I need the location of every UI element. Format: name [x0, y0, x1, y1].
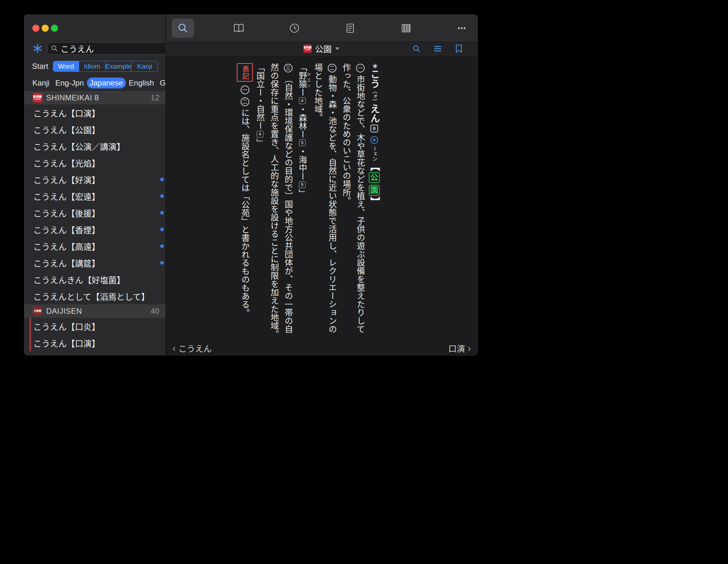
daijisen-dictionary-icon: 大辞泉	[33, 306, 42, 316]
entry-header-bar: 新明解 国語辞典 公園	[166, 42, 477, 55]
sense-number-icon: 一	[356, 64, 365, 72]
toolbar-library-button[interactable]	[395, 19, 417, 38]
list-item-label: こうえんとして【滔焉として】	[33, 290, 149, 302]
tab-english[interactable]: English	[126, 78, 157, 88]
list-item-label: こうえん【好演】	[33, 174, 100, 186]
entry-title-dropdown[interactable]: 新明解 国語辞典 公園	[303, 43, 340, 54]
list-item[interactable]: こうえん【口演】	[24, 335, 166, 351]
section-header-daijisen[interactable]: 大辞泉 DAIJISEN 40	[24, 304, 166, 318]
list-item[interactable]: こうえん【公園】	[24, 121, 166, 138]
sense-number-icon: 二	[241, 97, 249, 106]
segment-idiom[interactable]: Idiom	[79, 61, 105, 71]
audio-play-button[interactable]	[367, 136, 381, 144]
search-icon	[178, 23, 188, 34]
list-item-label: こうえん【口演】	[33, 337, 100, 349]
accent-number: 5	[299, 139, 306, 146]
list-item-label: こうえん【口炎】	[33, 320, 100, 332]
toolbar-history-button[interactable]	[283, 19, 306, 38]
list-item[interactable]: こうえん【宏遠】	[24, 188, 166, 204]
entry-content: ＊こう（ォ）えん0ーェン【公園】 一市街地などで、木や草花などを植え、子供の遊ぶ…	[166, 55, 477, 341]
clock-icon	[289, 23, 300, 34]
toolbar-search-button[interactable]	[172, 19, 194, 38]
open-book-icon	[233, 23, 244, 34]
unread-dot	[160, 195, 164, 198]
match-mode-row: Start Word Idiom Example Kanji	[32, 61, 158, 72]
segment-word[interactable]: Word	[53, 61, 79, 71]
list-item[interactable]: こうえん【香煙】	[24, 221, 166, 238]
toolbar-notes-button[interactable]	[339, 19, 361, 38]
segment-example[interactable]: Example	[105, 61, 132, 71]
unread-dot	[160, 228, 164, 231]
start-label: Start	[32, 62, 48, 71]
bookmark-button[interactable]	[454, 44, 463, 53]
list-item[interactable]: こうえん【後援】	[24, 204, 166, 221]
entry-navigation-bar: ‹ こうえん 口演 ›	[166, 341, 477, 355]
section-header-shinmeikai[interactable]: 新明解 国語辞典 SHINMEIKAI 8 12	[24, 91, 166, 104]
accent-number: 0	[370, 125, 378, 132]
accent-number: 4	[299, 97, 306, 104]
previous-entry-label: こうえん	[178, 342, 212, 354]
document-list-icon	[345, 23, 355, 34]
shinmeikai-dictionary-icon: 新明解 国語辞典	[303, 45, 312, 53]
section-count: 40	[151, 307, 159, 316]
segment-kanji[interactable]: Kanji	[131, 61, 158, 71]
headword-kanji: 園	[369, 185, 380, 196]
list-item[interactable]: こうえん【好演】	[24, 171, 166, 188]
list-item[interactable]: こうえん【口炎】	[24, 318, 166, 335]
list-item[interactable]: こうえんとして【滔焉として】	[24, 288, 166, 304]
list-item-label: こうえん【口演】	[33, 107, 100, 119]
ellipsis-icon	[456, 23, 467, 34]
entry-headword: ＊こう（ォ）えん0ーェン【公園】	[367, 63, 381, 339]
results-list: 新明解 国語辞典 SHINMEIKAI 8 12 こうえん【口演】 こうえん【公…	[24, 91, 166, 355]
next-entry-button[interactable]: 口演 ›	[448, 342, 471, 354]
section-count: 12	[151, 93, 159, 102]
previous-entry-button[interactable]: ‹ こうえん	[172, 342, 212, 354]
accent-number: 4	[257, 131, 263, 137]
list-item-label: こうえんきん【好塩菌】	[33, 274, 125, 286]
orthography-note: 表記一二には、施設名としては「公苑」と書かれるものもある。	[237, 63, 253, 339]
unread-dot	[160, 178, 164, 181]
sense-1: 一市街地などで、木や草花などを植え、子供の遊ぶ設備を整えたりして作った、公衆のた…	[339, 63, 367, 339]
search-row: ×	[32, 42, 160, 54]
entry-pane: 新明解 国語辞典 公園	[166, 15, 477, 355]
dictionary-group-tabs: Kanji Eng-Jpn Japanese English German	[29, 78, 161, 88]
list-item[interactable]: こうえん【講筵】	[24, 254, 166, 271]
example-sense-3: 「国立ー・自然ー4」	[253, 63, 267, 339]
shinmeikai-dictionary-icon: 新明解 国語辞典	[33, 93, 42, 103]
search-field[interactable]: ×	[47, 42, 182, 54]
search-icon	[51, 45, 58, 52]
unread-dot	[160, 261, 164, 265]
tab-kanji[interactable]: Kanji	[29, 78, 52, 88]
minimize-window-button[interactable]	[42, 25, 49, 32]
section-title: SHINMEIKAI 8	[46, 93, 99, 102]
window-controls	[24, 15, 166, 32]
bookshelf-icon	[401, 23, 411, 34]
list-item[interactable]: こうえんきん【好塩菌】	[24, 271, 166, 288]
toolbar-more-button[interactable]	[451, 19, 473, 38]
sense-number-icon: 一	[241, 86, 249, 94]
list-item[interactable]: こうえん【口演】	[24, 104, 166, 121]
vertical-entry-text: ＊こう（ォ）えん0ーェン【公園】 一市街地などで、木や草花などを植え、子供の遊ぶ…	[237, 63, 381, 339]
toolbar-book-button[interactable]	[227, 19, 250, 38]
tab-eng-jpn[interactable]: Eng-Jpn	[52, 78, 87, 88]
list-item[interactable]: こうえん【光焰】	[24, 154, 166, 171]
entry-title: 公園	[315, 43, 332, 54]
list-item-label: こうえん【後援】	[33, 207, 100, 219]
example-sense-2: 「野猿ヤエンー4・森林ー5・海中ー5」	[295, 63, 311, 339]
list-item[interactable]: こうえん【高遠】	[24, 238, 166, 254]
accent-number: 5	[299, 181, 306, 188]
entry-index-button[interactable]	[433, 44, 442, 53]
list-item[interactable]: こうえん【公演／講演】	[24, 138, 166, 154]
tab-japanese[interactable]: Japanese	[87, 78, 126, 88]
close-window-button[interactable]	[32, 25, 39, 32]
find-in-entry-button[interactable]	[412, 44, 421, 53]
search-input[interactable]	[61, 44, 168, 54]
sense-number-icon: 三	[284, 64, 293, 72]
zoom-window-button[interactable]	[51, 25, 58, 32]
dictionary-app-window: × Start Word Idiom Example Kanji Kanji E…	[24, 15, 477, 355]
sense-3: 三〔自然・環境保護などの目的で〕国や地方公共団体が、その一帯の自然の保存に重点を…	[267, 63, 295, 339]
hamburger-lines-icon	[434, 45, 442, 53]
favorites-asterisk-icon[interactable]	[32, 43, 43, 54]
sidebar: × Start Word Idiom Example Kanji Kanji E…	[24, 15, 166, 355]
list-item-label: こうえん【高遠】	[33, 240, 100, 252]
